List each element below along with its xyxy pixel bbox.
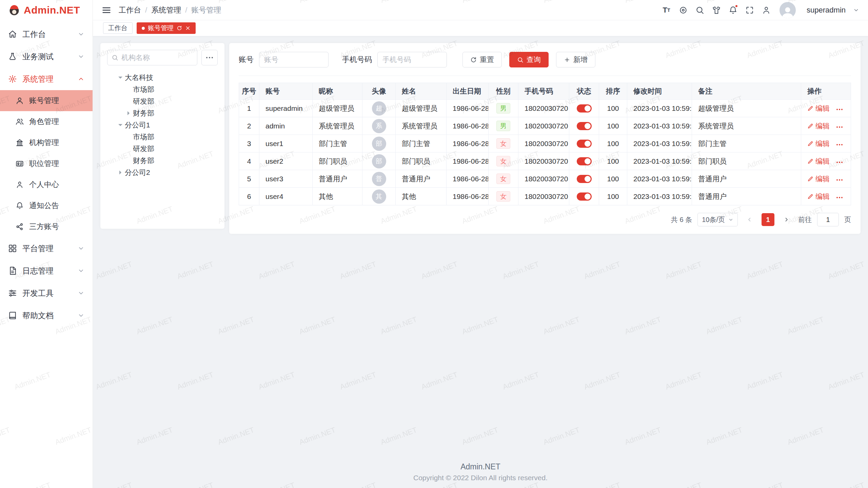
sidebar-item-role-management[interactable]: 角色管理 <box>0 111 93 132</box>
caret-collapsed-icon[interactable] <box>127 111 132 115</box>
tree-node[interactable]: 研发部 <box>107 95 218 107</box>
query-button[interactable]: 查询 <box>509 52 549 67</box>
gender-badge: 女 <box>496 174 510 184</box>
tab-close-icon[interactable] <box>185 25 191 31</box>
notification-bell-icon[interactable] <box>728 5 737 15</box>
tree-node[interactable]: 研发部 <box>107 143 218 155</box>
hamburger-menu-icon[interactable] <box>102 5 111 15</box>
sidebar-item-system-management[interactable]: 系统管理 <box>0 68 93 90</box>
status-toggle[interactable] <box>577 104 592 113</box>
profile-icon[interactable] <box>762 5 771 15</box>
edit-button[interactable]: 编辑 <box>807 104 830 113</box>
sidebar-item-account-management[interactable]: 账号管理 <box>0 90 93 111</box>
next-page-button[interactable] <box>780 213 793 226</box>
sidebar-item-label: 三方账号 <box>29 222 59 232</box>
theme-skin-icon[interactable] <box>712 5 721 15</box>
chevron-down-icon <box>78 267 84 274</box>
tree-node[interactable]: 市场部 <box>107 83 218 95</box>
current-page-button[interactable]: 1 <box>762 213 774 226</box>
cell-modified: 2023-01-03 10:59:44 <box>627 188 692 205</box>
status-toggle[interactable] <box>577 157 592 165</box>
gear-icon <box>8 75 17 83</box>
sidebar-item-notice[interactable]: 通知公告 <box>0 195 93 216</box>
org-name-search-input[interactable] <box>121 54 193 62</box>
more-actions-button[interactable] <box>836 162 843 163</box>
tree-node-label: 财务部 <box>133 156 154 165</box>
top-header: 工作台 / 系统管理 / 账号管理 TT <box>93 0 868 20</box>
tree-node[interactable]: 市场部 <box>107 131 218 143</box>
tab-workbench[interactable]: 工作台 <box>103 22 133 34</box>
sidebar-item-workbench[interactable]: 工作台 <box>0 23 93 45</box>
edit-button[interactable]: 编辑 <box>807 121 830 131</box>
sidebar-item-log-management[interactable]: 日志管理 <box>0 260 93 282</box>
page-size-select[interactable]: 10条/页 <box>697 213 738 226</box>
sidebar-item-label: 个人中心 <box>29 180 59 190</box>
caret-expanded-icon[interactable] <box>118 124 122 128</box>
avatar: 其 <box>372 189 386 204</box>
edit-button[interactable]: 编辑 <box>807 174 830 184</box>
app-logo[interactable]: Admin.NET <box>0 0 93 20</box>
app-title: Admin.NET <box>24 4 80 16</box>
edit-button[interactable]: 编辑 <box>807 139 830 148</box>
search-icon[interactable] <box>695 5 704 15</box>
tree-node[interactable]: 财务部 <box>107 107 218 119</box>
caret-expanded-icon[interactable] <box>118 77 122 81</box>
person-icon <box>16 181 24 189</box>
sidebar-item-label: 平台管理 <box>22 243 54 254</box>
tree-node[interactable]: 分公司2 <box>107 166 218 178</box>
caret-collapsed-icon[interactable] <box>119 170 123 175</box>
account-filter-input[interactable] <box>259 52 329 67</box>
prev-page-button[interactable] <box>743 213 756 226</box>
cell-remark: 部门职员 <box>692 152 801 170</box>
font-size-icon[interactable]: TT <box>662 5 671 15</box>
user-avatar[interactable] <box>780 2 796 18</box>
org-more-button[interactable] <box>201 50 218 65</box>
col-header-actions: 操作 <box>801 83 851 100</box>
sidebar-item-third-party-account[interactable]: 三方账号 <box>0 216 93 237</box>
edit-button[interactable]: 编辑 <box>807 192 830 201</box>
tree-node[interactable]: 大名科技 <box>107 72 218 83</box>
breadcrumb-item[interactable]: 系统管理 <box>151 5 181 15</box>
tree-node[interactable]: 财务部 <box>107 155 218 166</box>
cell-order: 100 <box>599 152 627 170</box>
status-toggle[interactable] <box>577 140 592 148</box>
edit-button[interactable]: 编辑 <box>807 157 830 166</box>
app-logo-icon <box>8 4 20 16</box>
grid-icon <box>8 244 17 253</box>
goto-page-input[interactable] <box>817 213 839 226</box>
pencil-icon <box>807 158 813 164</box>
cell-order: 100 <box>599 188 627 205</box>
sidebar-item-personal-center[interactable]: 个人中心 <box>0 174 93 195</box>
sidebar-item-dev-tools[interactable]: 开发工具 <box>0 282 93 304</box>
reset-button[interactable]: 重置 <box>462 52 502 67</box>
sidebar-item-position-management[interactable]: 职位管理 <box>0 153 93 174</box>
username-label[interactable]: superadmin <box>807 6 846 15</box>
add-button[interactable]: 新增 <box>556 52 595 67</box>
status-toggle[interactable] <box>577 192 592 201</box>
tab-refresh-icon[interactable] <box>177 25 182 31</box>
more-actions-button[interactable] <box>836 179 843 181</box>
cell-name: 超级管理员 <box>396 100 447 117</box>
col-header-modified: 修改时间 <box>627 83 692 100</box>
status-toggle[interactable] <box>577 122 592 130</box>
sidebar-item-business-test[interactable]: 业务测试 <box>0 45 93 68</box>
pencil-icon <box>807 123 813 129</box>
more-actions-button[interactable] <box>836 126 843 128</box>
sidebar-item-platform-management[interactable]: 平台管理 <box>0 237 93 260</box>
notification-badge-dot <box>735 4 738 8</box>
phone-filter-input[interactable] <box>377 52 447 67</box>
more-actions-button[interactable] <box>836 197 843 198</box>
cell-birthdate: 1986-06-28 <box>447 117 489 135</box>
sidebar-item-help-docs[interactable]: 帮助文档 <box>0 304 93 327</box>
tree-node[interactable]: 分公司1 <box>107 119 218 131</box>
cell-modified: 2023-01-03 10:59:44 <box>627 117 692 135</box>
target-icon[interactable] <box>678 5 688 15</box>
breadcrumb-item[interactable]: 工作台 <box>119 5 141 15</box>
status-toggle[interactable] <box>577 175 592 183</box>
more-actions-button[interactable] <box>836 144 843 145</box>
chevron-down-icon[interactable] <box>853 7 859 13</box>
fullscreen-icon[interactable] <box>745 5 754 15</box>
sidebar-item-org-management[interactable]: 机构管理 <box>0 132 93 153</box>
tab-account-management[interactable]: 账号管理 <box>137 22 196 34</box>
more-actions-button[interactable] <box>836 109 843 110</box>
